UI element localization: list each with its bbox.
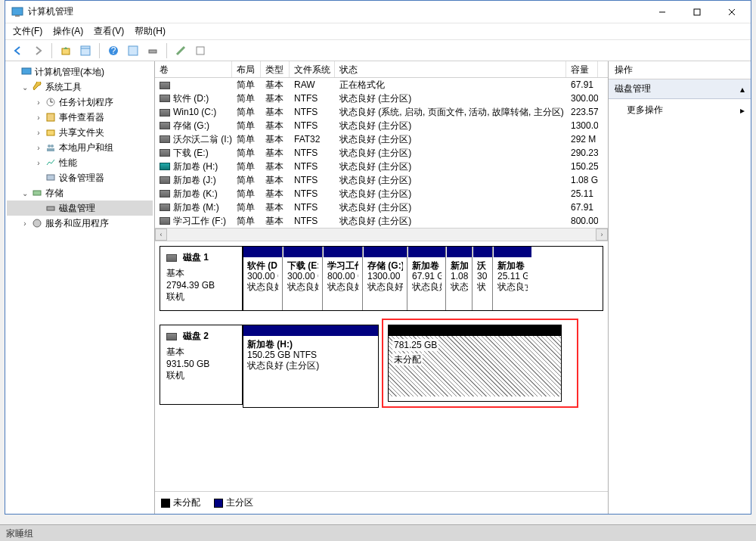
disk2-state: 联机	[166, 369, 236, 382]
volume-row[interactable]: 软件 (D:)简单基本NTFS状态良好 (主分区)300.00	[155, 92, 608, 105]
app-window: 计算机管理 文件(F) 操作(A) 查看(V) 帮助(H) ? 计算机管理(本地…	[5, 0, 751, 515]
tree-services[interactable]: ›服务和应用程序	[7, 216, 153, 231]
tool-button-3[interactable]	[172, 42, 189, 59]
col-fs[interactable]: 文件系统	[290, 61, 335, 77]
titlebar: 计算机管理	[5, 1, 751, 23]
disk2-part-unallocated[interactable]: 781.25 GB 未分配	[388, 325, 562, 402]
disk1-row[interactable]: 磁盘 1 基本 2794.39 GB 联机 软件 (D300.00 G状态良好下…	[160, 246, 603, 311]
wrench-icon	[31, 81, 43, 93]
actions-section-diskmgmt[interactable]: 磁盘管理 ▴	[609, 79, 751, 99]
tree-label: 计算机管理(本地)	[35, 66, 104, 79]
svg-rect-18	[47, 113, 54, 121]
volume-row[interactable]: 沃尔沃二翁 (I:)简单基本FAT32状态良好 (主分区)292 M	[155, 132, 608, 146]
tree-eventviewer[interactable]: ›事件查看器	[7, 110, 153, 125]
tree-localusers[interactable]: ›本地用户和组	[7, 140, 153, 155]
tree-root[interactable]: 计算机管理(本地)	[7, 64, 153, 79]
menu-action[interactable]: 操作(A)	[53, 25, 83, 38]
col-type[interactable]: 类型	[261, 61, 290, 77]
help-button[interactable]: ?	[105, 42, 122, 59]
tree-storage[interactable]: ⌄存储	[7, 185, 153, 201]
volume-row[interactable]: 新加卷 (H:)简单基本NTFS状态良好 (主分区)150.25	[155, 160, 608, 173]
collapse-icon: ▴	[740, 84, 745, 95]
disk1-partition[interactable]: 软件 (D300.00 G状态良好	[243, 247, 283, 310]
menu-file[interactable]: 文件(F)	[13, 25, 42, 38]
tool-button-1[interactable]	[125, 42, 141, 59]
taskbar-fragment: 家睡组	[0, 524, 756, 541]
view-button[interactable]	[77, 42, 94, 59]
tree-label: 存储	[45, 187, 64, 200]
disk2-part1[interactable]: 新加卷 (H:) 150.25 GB NTFS 状态良好 (主分区)	[243, 325, 379, 408]
tree-sharedfolders[interactable]: ›共享文件夹	[7, 125, 153, 140]
tree-label: 设备管理器	[59, 172, 104, 185]
volume-list-header: 卷 布局 类型 文件系统 状态 容量	[155, 61, 608, 78]
svg-rect-24	[33, 191, 41, 195]
folder-icon	[45, 126, 57, 138]
main-pane: 卷 布局 类型 文件系统 状态 容量 简单基本RAW正在格式化67.91软件 (…	[155, 61, 609, 514]
menu-help[interactable]: 帮助(H)	[135, 25, 166, 38]
actions-more[interactable]: 更多操作 ▸	[609, 99, 751, 121]
nav-tree[interactable]: 计算机管理(本地) ⌄系统工具 ›任务计划程序 ›事件查看器 ›共享文件夹 ›本…	[5, 61, 155, 514]
col-status[interactable]: 状态	[335, 61, 566, 77]
scroll-right-button[interactable]: ›	[596, 229, 608, 241]
tree-tasksched[interactable]: ›任务计划程序	[7, 95, 153, 110]
disk1-title: 磁盘 1	[183, 251, 209, 264]
tree-systools[interactable]: ⌄系统工具	[7, 79, 153, 95]
volume-row[interactable]: 新加卷 (J:)简单基本NTFS状态良好 (主分区)1.08 G	[155, 173, 608, 187]
tool-button-4[interactable]	[192, 42, 209, 59]
tree-diskmgmt[interactable]: 磁盘管理	[7, 201, 153, 216]
volume-row[interactable]: 存储 (G:)简单基本NTFS状态良好 (主分区)1300.0	[155, 119, 608, 132]
disk1-partition[interactable]: 新加1.08状态	[447, 247, 472, 310]
volume-row[interactable]: 学习工作 (F:)简单基本NTFS状态良好 (主分区)800.00	[155, 214, 608, 228]
disk1-partition[interactable]: 沃30状	[473, 247, 493, 310]
event-icon	[45, 111, 57, 123]
tool-button-2[interactable]	[144, 42, 161, 59]
part-size: 781.25 GB	[392, 339, 438, 351]
disk1-state: 联机	[166, 291, 236, 303]
app-icon	[11, 6, 23, 18]
up-button[interactable]	[57, 42, 74, 59]
disk1-partition[interactable]: 学习工作800.00 G状态良好	[324, 247, 363, 310]
disk2-row[interactable]: 磁盘 2 基本 931.50 GB 联机 新加卷 (H:) 150.25 GB …	[160, 325, 603, 408]
volume-icon	[160, 95, 170, 102]
actions-section-label: 磁盘管理	[615, 82, 651, 95]
h-scrollbar[interactable]: ‹ ›	[155, 228, 608, 241]
tree-devmgr[interactable]: 设备管理器	[7, 170, 153, 185]
minimize-button[interactable]	[645, 1, 680, 23]
col-volume[interactable]: 卷	[155, 61, 232, 77]
close-button[interactable]	[714, 1, 749, 23]
back-button[interactable]	[10, 42, 26, 59]
tree-label: 服务和应用程序	[45, 217, 109, 230]
volume-icon	[160, 190, 170, 197]
volume-list[interactable]: 简单基本RAW正在格式化67.91软件 (D:)简单基本NTFS状态良好 (主分…	[155, 78, 608, 228]
forward-button[interactable]	[29, 42, 46, 59]
disk1-partition[interactable]: 下载 (E:)300.00 G状态良好	[284, 247, 323, 310]
volume-icon	[160, 82, 170, 89]
disk1-size: 2794.39 GB	[166, 280, 236, 291]
swatch-primary	[214, 499, 223, 508]
highlight-box: 781.25 GB 未分配	[382, 319, 578, 408]
col-layout[interactable]: 布局	[232, 61, 261, 77]
disk1-type: 基本	[166, 267, 236, 280]
svg-rect-7	[81, 46, 90, 55]
volume-row[interactable]: 简单基本RAW正在格式化67.91	[155, 78, 608, 92]
svg-rect-25	[47, 207, 54, 210]
tree-perf[interactable]: ›性能	[7, 155, 153, 170]
volume-row[interactable]: 新加卷 (M:)简单基本NTFS状态良好 (主分区)67.91	[155, 201, 608, 214]
col-capacity[interactable]: 容量	[566, 61, 598, 77]
disk-graphics: 磁盘 1 基本 2794.39 GB 联机 软件 (D300.00 G状态良好下…	[155, 241, 608, 491]
volume-icon	[160, 217, 170, 225]
actions-pane: 操作 磁盘管理 ▴ 更多操作 ▸	[609, 61, 751, 514]
menu-view[interactable]: 查看(V)	[94, 25, 124, 38]
volume-row[interactable]: 新加卷 (K:)简单基本NTFS状态良好 (主分区)25.11	[155, 187, 608, 201]
volume-icon	[160, 122, 170, 129]
volume-row[interactable]: Win10 (C:)简单基本NTFS状态良好 (系统, 启动, 页面文件, 活动…	[155, 105, 608, 119]
tree-label: 事件查看器	[59, 111, 104, 124]
disk1-partition[interactable]: 存储 (G:)1300.00 G状态良好	[364, 247, 407, 310]
volume-row[interactable]: 下载 (E:)简单基本NTFS状态良好 (主分区)290.23	[155, 146, 608, 160]
scroll-left-button[interactable]: ‹	[155, 229, 167, 241]
svg-point-26	[33, 219, 41, 227]
disk1-partition[interactable]: 新加卷25.11 G状态良女	[494, 247, 531, 310]
perf-icon	[45, 157, 57, 169]
maximize-button[interactable]	[680, 1, 714, 23]
disk1-partition[interactable]: 新加卷67.91 G状态良好	[408, 247, 446, 310]
